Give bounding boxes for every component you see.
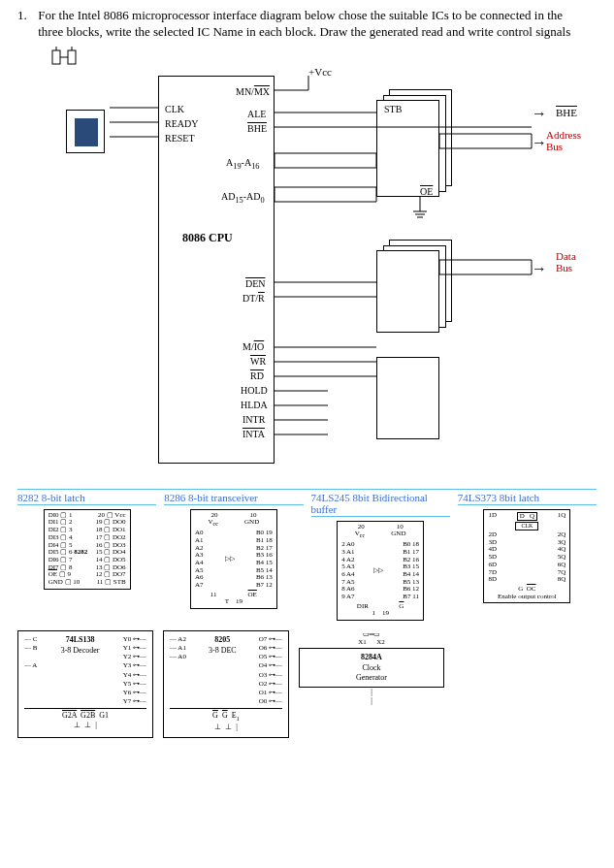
pin-mio: M/IO [242, 342, 264, 352]
svg-marker-14 [439, 134, 532, 148]
decoder-74ls138: — C— B— A 74LS138 3-8 Decoder Y0 ⊶—Y1 ⊶—… [17, 630, 153, 737]
svg-rect-0 [52, 50, 60, 64]
ic-b: 8286 8-bit transceiver 2010 VccGND A0A1A… [164, 490, 303, 625]
arrow-icon: → [532, 134, 547, 151]
pin-a19: A19-A16 [226, 158, 259, 171]
pin-bhe: BHE [247, 124, 267, 134]
ic-a: 8282 8-bit latch DI0 ▢ 120 ▢ Vcc DI1 ▢ 2… [17, 490, 156, 625]
ic-a-name: 8282 8-bit latch [17, 490, 156, 505]
pin-ad15: AD15-AD0 [221, 192, 265, 205]
pin-mnmx: MN/MX [236, 87, 270, 97]
question: 1. For the Intel 8086 microprocessor int… [17, 8, 597, 41]
pin-ale: ALE [247, 110, 266, 119]
latch-block [376, 100, 439, 197]
svg-marker-12 [275, 153, 376, 168]
pin-reset: RESET [165, 134, 195, 144]
left-chip-icon [66, 110, 105, 153]
pin-inta: INTA [242, 430, 265, 439]
pin-hlda: HLDA [241, 401, 268, 410]
ic-d-chip: 1DD Q1Q CLK 2D2Q 3D3Q 4D4Q 5D5Q 6D6Q 7D7… [483, 509, 570, 603]
cpu-name: 8086 CPU [182, 231, 233, 245]
ic-d: 74LS373 8bit latch 1DD Q1Q CLK 2D2Q 3D3Q… [458, 490, 597, 625]
decoder-8205: — A2— A1— A0 8205 3-8 DEC O7 ⊶—O6 ⊶—O5 ⊶… [163, 630, 289, 737]
ic-c: 74LS245 8bit Bidirectional buffer 2010 V… [311, 490, 450, 625]
pin-clk: CLK [165, 105, 184, 114]
arrow-icon: → [532, 260, 547, 277]
ic-c-name: 74LS245 8bit Bidirectional buffer [311, 490, 450, 517]
bottom-row: — C— B— A 74LS138 3-8 Decoder Y0 ⊶—Y1 ⊶—… [17, 630, 597, 737]
transceiver-block [376, 250, 439, 333]
qbody: For the Intel 8086 microprocessor interf… [38, 8, 581, 41]
vcc-label: +Vcc [308, 66, 332, 78]
svg-rect-1 [68, 50, 76, 64]
pin-wr: WR [250, 357, 266, 367]
ic-c-chip: 2010 VccGND 2 A03 A14 A25 A36 A47 A58 A6… [337, 521, 424, 621]
small-symbol [47, 47, 85, 72]
cpu-diagram: +Vcc 8086 CPU CLK READY RESET MN/MX ALE … [17, 76, 597, 483]
ic-d-name: 74LS373 8bit latch [458, 490, 597, 505]
pin-den: DEN [245, 279, 266, 289]
data-bus: Data Bus [556, 250, 576, 273]
pin-intr: INTR [242, 415, 265, 425]
stb-label: STB [384, 105, 402, 114]
decode-block [376, 357, 439, 439]
addr-bus: Address Bus [546, 129, 581, 152]
arrow-icon: → [532, 105, 547, 122]
ic-a-chip: DI0 ▢ 120 ▢ Vcc DI1 ▢ 219 ▢ DO0 DI2 ▢ 31… [44, 509, 131, 590]
svg-marker-17 [439, 260, 532, 274]
ic-b-chip: 2010 VccGND A0A1A2A3A4A5A6A7 ▷▷ B0 19B1 … [190, 509, 277, 609]
ic-row: 8282 8-bit latch DI0 ▢ 120 ▢ Vcc DI1 ▢ 2… [17, 489, 597, 625]
oe-label: OE [420, 187, 433, 197]
bus-lines [17, 76, 599, 464]
bhe-out: BHE [556, 107, 577, 118]
pin-rd: RD [250, 371, 264, 381]
svg-marker-13 [275, 187, 376, 202]
qnum: 1. [17, 8, 35, 24]
pin-hold: HOLD [241, 386, 268, 396]
pin-dtr: DT/R [242, 294, 265, 304]
ic-b-name: 8286 8-bit transceiver [164, 490, 303, 505]
pin-ready: READY [165, 119, 198, 129]
clock-gen: ▭═▭ X1 X2 8284A Clock Generator || [299, 630, 444, 737]
